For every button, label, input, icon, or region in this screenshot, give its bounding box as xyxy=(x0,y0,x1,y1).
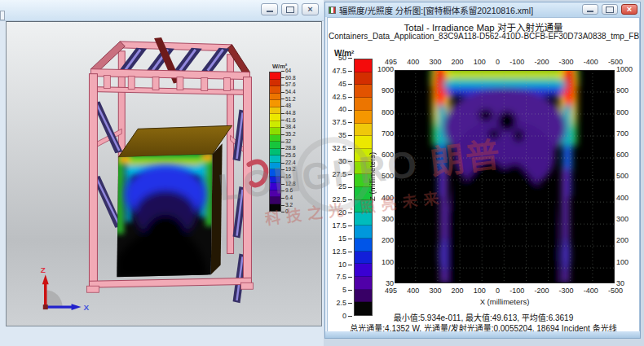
z-tick-label: 400 xyxy=(382,195,394,202)
3d-viewport[interactable]: Z X W/m² 6460.857.654.451.24844.841.638.… xyxy=(6,21,322,326)
window-edge-notch xyxy=(0,11,5,20)
x-tick-label: -100 xyxy=(509,58,524,66)
colorbar-tick-label: 17.5 xyxy=(332,222,352,230)
colorbar-tick-label: 50 xyxy=(338,55,352,62)
irradiance-heatmap[interactable] xyxy=(395,70,615,283)
z-tick-label: 900 xyxy=(382,87,394,94)
z-tick-label: 800 xyxy=(382,109,394,116)
left-colorbar-labels: 6460.857.654.451.24844.841.638.435.23228… xyxy=(281,68,296,215)
colorbar-cell xyxy=(270,72,280,80)
x-tick-label: -400 xyxy=(584,58,598,66)
axis-triad: Z X xyxy=(41,265,90,312)
x-tick-label: -200 xyxy=(534,58,549,66)
chart-subtitle: Containers_Data_Application_83C9A118-D56… xyxy=(329,32,640,41)
left-window-controls xyxy=(261,3,319,15)
z-tick-label: 600 xyxy=(616,151,629,159)
colorbar-cell xyxy=(270,163,280,170)
colorbar-cell xyxy=(270,142,280,149)
colorbar-tick-label: 48 xyxy=(281,103,296,109)
minimize-button[interactable] xyxy=(261,3,278,15)
heatmap-graphic xyxy=(395,70,615,283)
z-tick-label: 800 xyxy=(616,109,629,116)
colorbar-tick-label: 19.2 xyxy=(281,167,296,173)
colorbar-cell xyxy=(270,80,280,87)
colorbar-tick-label: 2.5 xyxy=(336,300,352,307)
colorbar-tick-label: 51.2 xyxy=(281,97,296,103)
x-tick-label: 200 xyxy=(452,287,464,295)
colorbar-tick-label: 16 xyxy=(281,174,296,180)
colorbar-tick-label: 57.6 xyxy=(281,82,296,88)
left-colorbar-cells xyxy=(269,72,281,212)
x-tick-label: 300 xyxy=(429,287,441,295)
colorbar-tick-label: 37.5 xyxy=(332,119,352,126)
close-button[interactable] xyxy=(621,4,637,15)
z-tick-label: 500 xyxy=(616,173,629,180)
right-window-titlebar[interactable]: 辐照度/光照度 分析图:[窗特橱体系留20210816.xml] xyxy=(325,2,640,17)
colorbar-cell xyxy=(270,135,280,142)
restore-button[interactable] xyxy=(281,3,298,15)
x-tick-label: -300 xyxy=(559,58,574,66)
svg-text:Z: Z xyxy=(41,265,46,274)
colorbar-cell xyxy=(270,149,280,156)
colorbar-tick-label: 32 xyxy=(281,139,296,145)
colorbar-cell xyxy=(270,100,280,107)
x-tick-label: 300 xyxy=(429,58,441,66)
colorbar-cell xyxy=(270,128,280,135)
maximize-button[interactable] xyxy=(602,4,618,15)
colorbar-tick-label: 6.4 xyxy=(281,195,296,201)
x-tick-label: -300 xyxy=(559,287,574,295)
colorbar-tick-label: 35 xyxy=(338,132,352,139)
minimize-button[interactable] xyxy=(582,4,598,15)
colorbar-tick-label: 25.6 xyxy=(281,153,296,159)
z-tick-label: 200 xyxy=(382,237,394,244)
colorbar-tick-label: 3.2 xyxy=(281,203,296,208)
colorbar-tick-label: 32.5 xyxy=(332,145,352,152)
colorbar-tick-label: 22.5 xyxy=(332,196,352,204)
colorbar-tick-label: 41.6 xyxy=(281,118,296,124)
colorbar-tick-label: 30 xyxy=(338,158,352,165)
colorbar-cell xyxy=(270,114,280,121)
svg-text:X: X xyxy=(84,303,90,312)
x-tick-label: 0 xyxy=(496,58,500,66)
close-button[interactable] xyxy=(302,3,319,15)
colorbar-cell xyxy=(270,94,280,101)
right-window-controls xyxy=(582,4,637,15)
analysis-chart-icon xyxy=(329,7,336,14)
colorbar-tick-label: 42.5 xyxy=(332,94,352,101)
x-tick-label: 100 xyxy=(474,58,486,66)
left-window-titlebar[interactable] xyxy=(0,0,324,21)
z-tick-label: 900 xyxy=(616,87,629,94)
colorbar-tick-label: 44.8 xyxy=(281,111,296,116)
z-tick-label: 1000 xyxy=(616,66,633,73)
colorbar-tick-label: 45 xyxy=(338,81,352,88)
colorbar-labels: 5047.54542.54037.53532.53027.52522.52017… xyxy=(328,55,352,320)
z-tick-label: 700 xyxy=(616,130,629,138)
z-tick-label: 600 xyxy=(382,151,394,159)
colorbar-tick-label: 35.2 xyxy=(281,132,296,138)
colorbar-cell xyxy=(270,155,280,163)
colorbar-tick-label: 64 xyxy=(281,68,296,74)
x-tick-label: -400 xyxy=(584,287,598,295)
z-tick-label: 200 xyxy=(616,237,629,244)
colorbar-tick-label: 12.5 xyxy=(332,248,352,256)
right-window-title: 辐照度/光照度 分析图:[窗特橱体系留20210816.xml] xyxy=(339,4,533,16)
colorbar-tick-label: 12.8 xyxy=(281,182,296,187)
colorbar-cell xyxy=(270,204,280,212)
z-axis-ticks-right: 100090080070060050040030020010030 xyxy=(616,66,639,287)
colorbar-tick-label: 10 xyxy=(338,261,352,269)
z-tick-label: 1000 xyxy=(377,66,394,73)
z-tick-label: 500 xyxy=(382,173,394,180)
colorbar-tick-label: 60.8 xyxy=(281,76,296,81)
x-tick-label: -500 xyxy=(608,287,623,295)
colorbar-tick-label: 20 xyxy=(338,209,352,217)
colorbar-cell xyxy=(270,169,280,177)
x-tick-label: 0 xyxy=(496,287,500,295)
left-colorbar: W/m² 6460.857.654.451.24844.841.638.435.… xyxy=(269,63,318,215)
colorbar-tick-label: 40 xyxy=(338,106,352,113)
z-tick-label: 100 xyxy=(616,259,629,266)
irradiance-map-content: Total - Irradiance Map 对于入射光通量 Container… xyxy=(327,17,640,332)
x-axis-ticks-bottom: 4954003002001000-100-200-300-400-500 xyxy=(385,287,623,295)
x-tick-label: -200 xyxy=(534,287,549,295)
z-axis-ticks-left: 100090080070060050040030020010030 xyxy=(373,66,394,287)
colorbar-tick-label: 0 xyxy=(281,209,296,215)
